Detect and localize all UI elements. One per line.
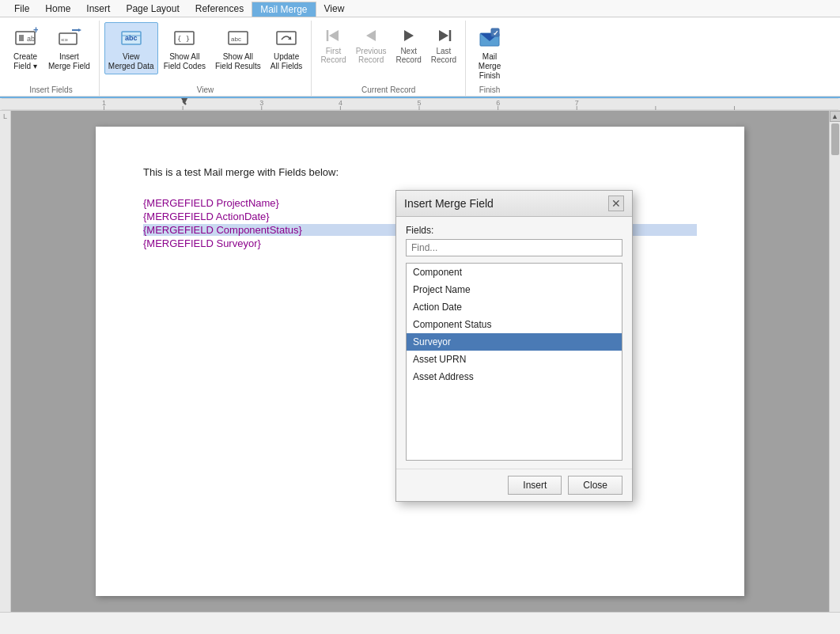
next-record-button[interactable]: NextRecord	[392, 22, 426, 66]
last-record-icon	[433, 25, 455, 47]
update-icon	[274, 25, 299, 51]
create-field-label: CreateField ▾	[13, 52, 37, 71]
insert-merge-field-button[interactable]: «» InsertMerge Field	[44, 22, 94, 74]
ribbon-group-view: abc ViewMerged Data { } Show AllField	[100, 21, 312, 96]
insert-merge-field-dialog: Insert Merge Field ✕ Fields: Component P…	[395, 190, 633, 502]
ribbon-group-current-record: FirstRecord PreviousRecord	[312, 21, 466, 96]
prev-record-icon	[360, 25, 382, 47]
mail-merge-finish-label: MailMergeFinish	[479, 52, 501, 81]
svg-text:abc: abc	[231, 36, 241, 43]
first-record-icon	[323, 25, 345, 47]
next-record-icon	[398, 25, 420, 47]
list-item-component-status[interactable]: Component Status	[407, 316, 622, 333]
scroll-thumb[interactable]	[831, 123, 839, 155]
svg-text:✓: ✓	[493, 29, 499, 37]
svg-text:«»: «»	[61, 36, 68, 44]
dialog-title: Insert Merge Field	[404, 197, 494, 210]
fields-list: Component Project Name Action Date Compo…	[406, 263, 622, 461]
view-group-label: View	[197, 85, 214, 96]
menu-page-layout[interactable]: Page Layout	[118, 2, 187, 16]
svg-text:ab: ab	[27, 35, 35, 43]
first-record-button[interactable]: FirstRecord	[316, 22, 350, 66]
first-record-label: FirstRecord	[320, 47, 346, 64]
svg-text:{ }: { }	[177, 35, 190, 43]
svg-text:5: 5	[418, 98, 422, 106]
svg-rect-1	[19, 35, 24, 41]
svg-text:4: 4	[339, 98, 342, 106]
show-all-field-results-label: Show AllField Results	[215, 52, 261, 71]
update-all-fields-button[interactable]: UpdateAll Fields	[267, 22, 307, 74]
show-codes-icon: { }	[172, 25, 197, 51]
status-bar	[0, 612, 840, 626]
show-all-field-results-button[interactable]: abc Show AllField Results	[211, 22, 265, 74]
finish-buttons: ✓ MailMergeFinish	[472, 22, 507, 84]
show-all-field-codes-label: Show AllField Codes	[164, 52, 206, 71]
svg-text:1: 1	[102, 98, 106, 106]
view-merged-data-label: ViewMerged Data	[108, 52, 154, 71]
intro-text: This is a test Mail merge with Fields be…	[143, 166, 697, 178]
svg-marker-7	[78, 28, 81, 32]
list-item-action-date[interactable]: Action Date	[407, 298, 622, 316]
svg-marker-19	[366, 30, 376, 41]
insert-button[interactable]: Insert	[508, 476, 562, 495]
previous-record-label: PreviousRecord	[356, 47, 387, 64]
svg-rect-15	[277, 32, 296, 44]
list-item-asset-address[interactable]: Asset Address	[407, 368, 622, 385]
list-item-surveyor[interactable]: Surveyor	[407, 333, 622, 351]
menu-mail-merge[interactable]: Mail Merge	[252, 2, 316, 17]
dialog-body: Fields: Component Project Name Action Da…	[396, 217, 632, 469]
previous-record-button[interactable]: PreviousRecord	[352, 22, 391, 66]
svg-text:6: 6	[496, 98, 500, 106]
menu-view[interactable]: View	[316, 2, 353, 16]
scrollbar-right[interactable]: ▲	[829, 111, 840, 612]
list-item-asset-uprn[interactable]: Asset UPRN	[407, 351, 622, 368]
insert-merge-field-label: InsertMerge Field	[48, 52, 90, 71]
ribbon-group-finish: ✓ MailMergeFinish Finish	[466, 21, 513, 96]
next-record-label: NextRecord	[396, 47, 422, 64]
fields-label: Fields:	[406, 225, 622, 236]
last-record-button[interactable]: LastRecord	[427, 22, 460, 66]
last-record-label: LastRecord	[431, 47, 456, 64]
menu-bar: File Home Insert Page Layout References …	[0, 0, 840, 17]
ribbon-content: ab + CreateField ▾ «»	[0, 17, 840, 97]
create-field-icon: ab +	[13, 25, 38, 51]
ruler: 1 3 4 5 6 7	[0, 98, 840, 111]
create-field-button[interactable]: ab + CreateField ▾	[8, 22, 43, 74]
svg-marker-22	[439, 30, 448, 41]
scroll-up-arrow[interactable]: ▲	[830, 111, 841, 122]
svg-marker-18	[329, 30, 339, 41]
view-merged-data-button[interactable]: abc ViewMerged Data	[104, 22, 158, 74]
update-all-fields-label: UpdateAll Fields	[271, 52, 303, 71]
menu-file[interactable]: File	[6, 2, 37, 16]
list-item-project-name[interactable]: Project Name	[407, 281, 622, 298]
svg-marker-20	[404, 30, 414, 41]
menu-home[interactable]: Home	[37, 2, 78, 16]
close-button[interactable]: Close	[568, 476, 622, 495]
dialog-footer: Insert Close	[396, 469, 632, 501]
record-nav-buttons: FirstRecord PreviousRecord	[316, 22, 460, 84]
svg-text:3: 3	[259, 98, 263, 106]
list-item-component[interactable]: Component	[407, 264, 622, 281]
fields-search-input[interactable]	[406, 239, 622, 256]
svg-text:+: +	[33, 25, 38, 36]
dialog-close-button[interactable]: ✕	[608, 196, 624, 211]
view-buttons: abc ViewMerged Data { } Show AllField	[104, 22, 307, 84]
dialog-titlebar: Insert Merge Field ✕	[396, 191, 632, 217]
insert-merge-icon: «»	[56, 25, 81, 51]
menu-references[interactable]: References	[187, 2, 252, 16]
ribbon: ab + CreateField ▾ «»	[0, 17, 840, 98]
mail-merge-finish-button[interactable]: ✓ MailMergeFinish	[472, 22, 507, 84]
show-results-icon: abc	[225, 25, 251, 51]
svg-text:7: 7	[575, 98, 579, 106]
left-ruler: L	[0, 111, 11, 612]
insert-fields-buttons: ab + CreateField ▾ «»	[8, 22, 94, 84]
insert-fields-group-label: Insert Fields	[29, 85, 72, 96]
show-all-field-codes-button[interactable]: { } Show AllField Codes	[160, 22, 210, 74]
mail-merge-icon: ✓	[477, 25, 502, 51]
ribbon-group-insert-fields: ab + CreateField ▾ «»	[3, 21, 100, 96]
finish-group-label: Finish	[479, 85, 501, 96]
current-record-group-label: Current Record	[361, 85, 415, 96]
menu-insert[interactable]: Insert	[78, 2, 118, 16]
view-merged-data-icon: abc	[119, 25, 144, 51]
